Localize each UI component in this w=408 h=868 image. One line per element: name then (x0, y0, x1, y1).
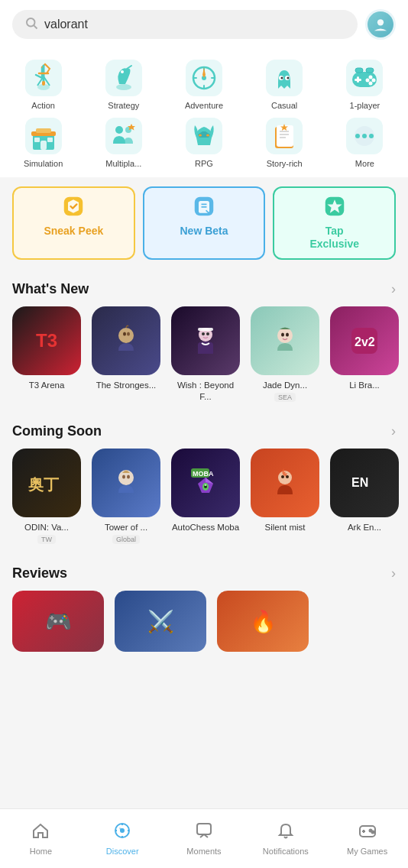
sneak-peek-icon (63, 196, 84, 222)
nav-my-games[interactable]: My Games (326, 815, 408, 862)
coming-soon-more-icon[interactable]: › (391, 423, 396, 439)
review-card-1[interactable]: 🎮 (12, 591, 104, 652)
game-autochess[interactable]: MOBA AutoChess Moba (171, 449, 240, 544)
nav-notifications-label: Notifications (263, 847, 309, 856)
svg-point-10 (121, 70, 124, 73)
svg-point-54 (355, 134, 360, 138)
svg-point-2 (377, 19, 384, 25)
whats-new-more-icon[interactable]: › (391, 281, 396, 297)
nav-notifications[interactable]: Notifications (244, 815, 326, 862)
game-odin[interactable]: 奥丁 ODIN: Va... TW (12, 449, 81, 544)
whats-new-header: What's New › (0, 269, 408, 303)
category-more[interactable]: More (328, 116, 402, 168)
categories-grid: Action Strategy (0, 49, 408, 177)
nav-my-games-label: My Games (347, 847, 387, 856)
svg-point-44 (199, 134, 202, 137)
svg-rect-38 (34, 138, 40, 142)
category-action[interactable]: Action (6, 58, 80, 110)
category-casual[interactable]: Casual (248, 58, 322, 110)
bottom-nav: Home Discover Moments (0, 808, 408, 868)
silentmist-name: Silent mist (264, 522, 305, 533)
tower-name: Tower of ... (105, 522, 147, 533)
category-simulation[interactable]: Simulation (6, 116, 80, 168)
multiplayer-label: Multipla... (105, 159, 141, 168)
action-icon (24, 58, 63, 98)
coming-soon-header: Coming Soon › (0, 411, 408, 445)
rpg-label: RPG (195, 159, 213, 168)
svg-rect-39 (47, 138, 53, 142)
category-1player[interactable]: 1-player (328, 58, 402, 110)
storyrich-label: Story-rich (267, 159, 303, 168)
search-input[interactable] (44, 18, 345, 31)
tap-exclusive-tab[interactable]: TapExclusive (273, 186, 396, 260)
simulation-label: Simulation (24, 159, 63, 168)
search-input-wrap (12, 10, 358, 39)
game-strongest[interactable]: The Stronges... (92, 306, 160, 403)
reviews-more-icon[interactable]: › (391, 565, 396, 581)
review-card-3[interactable]: 🔥 (217, 591, 309, 652)
more-icon (345, 116, 384, 156)
sneak-peek-label: Sneak Peek (44, 225, 103, 237)
svg-point-88 (286, 475, 289, 478)
game-t3arena[interactable]: T3 T3 Arena (12, 306, 81, 403)
casual-label: Casual (271, 101, 297, 110)
nav-home[interactable]: Home (0, 815, 82, 862)
1player-label: 1-player (350, 101, 380, 110)
svg-point-70 (277, 328, 293, 343)
category-storyrich[interactable]: Story-rich (248, 116, 322, 168)
svg-rect-69 (198, 328, 213, 331)
discover-icon (113, 821, 131, 844)
svg-rect-32 (366, 68, 374, 73)
category-adventure[interactable]: Adventure (167, 58, 241, 110)
svg-point-21 (281, 77, 283, 79)
svg-point-22 (287, 77, 290, 79)
game-ark[interactable]: EN Ark En... (330, 449, 399, 544)
new-beta-tab[interactable]: New Beta (143, 186, 266, 260)
review-card-2[interactable]: ⚔️ (115, 591, 206, 652)
new-beta-icon (193, 196, 215, 222)
tap-exclusive-icon (324, 196, 345, 222)
odin-name: ODIN: Va... (24, 522, 69, 533)
svg-point-56 (369, 134, 374, 138)
category-rpg[interactable]: RPG (167, 116, 241, 168)
autochess-name: AutoChess Moba (172, 522, 239, 533)
wishbeyond-name: Wish : Beyond F... (171, 380, 240, 403)
game-jadedyn[interactable]: Jade Dyn... SEA (251, 306, 319, 403)
game-silentmist[interactable]: Silent mist (251, 449, 319, 544)
tower-tag: Global (112, 535, 140, 544)
tap-exclusive-label: TapExclusive (309, 225, 359, 251)
adventure-icon (184, 58, 224, 98)
svg-point-71 (281, 332, 284, 336)
nav-moments[interactable]: Moments (164, 815, 245, 862)
category-multiplayer[interactable]: Multipla... (86, 116, 160, 168)
search-icon (24, 16, 38, 33)
svg-point-67 (202, 332, 205, 335)
nav-discover-label: Discover (106, 847, 139, 856)
svg-text:2v2: 2v2 (355, 335, 375, 348)
svg-point-63 (118, 328, 134, 343)
svg-point-28 (372, 79, 376, 83)
svg-point-85 (205, 484, 206, 486)
svg-point-65 (127, 332, 130, 335)
svg-point-55 (362, 134, 367, 138)
category-strategy[interactable]: Strategy (86, 58, 160, 110)
svg-point-27 (369, 76, 373, 79)
jadedyn-name: Jade Dyn... (263, 380, 307, 391)
avatar-button[interactable] (365, 9, 396, 40)
svg-point-0 (27, 18, 35, 27)
svg-point-9 (116, 84, 131, 90)
ark-name: Ark En... (348, 522, 381, 533)
game-li[interactable]: 2v2 Li Bra... (330, 306, 399, 403)
svg-rect-31 (355, 68, 363, 73)
sneak-peek-tab[interactable]: Sneak Peek (12, 186, 135, 260)
search-bar (0, 0, 408, 49)
nav-discover[interactable]: Discover (82, 815, 164, 862)
svg-point-45 (206, 134, 209, 137)
notifications-icon (277, 821, 295, 844)
simulation-icon (24, 116, 63, 156)
game-wishbeyond[interactable]: Wish : Beyond F... (171, 306, 240, 403)
game-tower[interactable]: Tower of ... Global (92, 449, 160, 544)
casual-icon (264, 58, 304, 98)
svg-text:EN: EN (351, 476, 368, 489)
1player-icon (345, 58, 384, 98)
